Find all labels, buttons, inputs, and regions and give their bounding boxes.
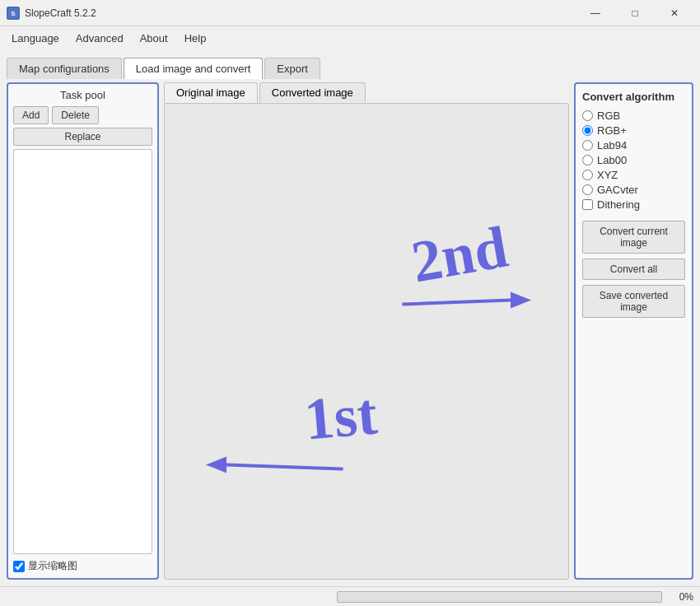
- algo-lab94-label: Lab94: [597, 139, 627, 152]
- svg-line-3: [404, 301, 511, 305]
- algo-gacvter-label: GACvter: [597, 184, 638, 196]
- tab-export[interactable]: Export: [264, 58, 320, 79]
- minimize-button[interactable]: —: [576, 1, 614, 26]
- svg-marker-4: [511, 292, 531, 309]
- main-content: Task pool Add Delete Replace 显示缩略图 Origi…: [0, 79, 700, 586]
- algo-rgb-radio[interactable]: [582, 110, 593, 121]
- convert-all-button[interactable]: Convert all: [582, 259, 685, 280]
- dithering-label: Dithering: [597, 198, 640, 211]
- annotation-layer: 2nd 1st: [165, 104, 568, 579]
- tab-converted-image[interactable]: Converted image: [259, 82, 366, 103]
- algorithm-group: RGB RGB+ Lab94 Lab00 XYZ GACvter: [582, 110, 685, 211]
- show-thumbnail-label: 显示缩略图: [28, 559, 77, 573]
- task-pool-label: Task pool: [13, 89, 152, 101]
- titlebar: S SlopeCraft 5.2.2 — □ ✕: [0, 0, 700, 26]
- image-canvas: 2nd 1st: [164, 103, 569, 580]
- menubar: Language Advanced About Help: [0, 26, 700, 49]
- app-icon: S: [7, 7, 20, 20]
- algo-lab94-item: Lab94: [582, 139, 685, 152]
- save-converted-button[interactable]: Save converted image: [582, 285, 685, 318]
- svg-marker-7: [206, 457, 226, 473]
- convert-current-button[interactable]: Convert current image: [582, 221, 685, 254]
- menu-about[interactable]: About: [132, 29, 176, 48]
- algo-rgbplus-label: RGB+: [597, 124, 627, 137]
- image-tabbar: Original image Converted image: [164, 82, 569, 103]
- menu-advanced[interactable]: Advanced: [68, 29, 132, 48]
- show-thumbnail-row: 显示缩略图: [13, 559, 152, 573]
- task-pool-buttons: Add Delete: [13, 106, 152, 124]
- algo-lab94-radio[interactable]: [582, 140, 593, 151]
- algo-gacvter-radio[interactable]: [582, 184, 593, 195]
- algo-rgb-item: RGB: [582, 110, 685, 122]
- algo-lab00-radio[interactable]: [582, 155, 593, 165]
- task-pool-list: [13, 149, 152, 554]
- center-panel: Original image Converted image 2nd 1st: [164, 82, 569, 580]
- progress-bar: [337, 591, 662, 603]
- algo-gacvter-item: GACvter: [582, 184, 685, 196]
- add-button[interactable]: Add: [13, 106, 49, 124]
- close-button[interactable]: ✕: [656, 1, 693, 26]
- algo-lab00-item: Lab00: [582, 154, 685, 166]
- algo-xyz-item: XYZ: [582, 169, 685, 181]
- convert-algorithm-title: Convert algorithm: [582, 91, 685, 103]
- statusbar: 0%: [0, 586, 700, 606]
- algo-xyz-label: XYZ: [597, 169, 618, 181]
- dithering-item: Dithering: [582, 198, 685, 211]
- algo-rgb-label: RGB: [597, 110, 620, 122]
- window-controls: — □ ✕: [576, 1, 693, 26]
- tab-load-image[interactable]: Load image and convert: [124, 58, 263, 79]
- algo-rgbplus-item: RGB+: [582, 124, 685, 137]
- algo-rgbplus-radio[interactable]: [582, 125, 593, 136]
- algo-lab00-label: Lab00: [597, 154, 627, 166]
- dithering-checkbox[interactable]: [582, 199, 593, 210]
- svg-text:2nd: 2nd: [407, 214, 512, 296]
- algo-xyz-radio[interactable]: [582, 170, 593, 180]
- svg-line-6: [226, 465, 342, 469]
- left-panel: Task pool Add Delete Replace 显示缩略图: [7, 82, 159, 580]
- menu-language[interactable]: Language: [3, 29, 68, 48]
- delete-button[interactable]: Delete: [52, 106, 99, 124]
- right-panel: Convert algorithm RGB RGB+ Lab94 Lab00 X…: [574, 82, 693, 580]
- maximize-button[interactable]: □: [616, 1, 654, 26]
- window-title: SlopeCraft 5.2.2: [25, 7, 576, 19]
- progress-percent: 0%: [669, 591, 693, 603]
- replace-button[interactable]: Replace: [13, 128, 152, 146]
- menu-help[interactable]: Help: [176, 29, 215, 48]
- tab-original-image[interactable]: Original image: [164, 82, 258, 103]
- show-thumbnail-checkbox[interactable]: [13, 561, 25, 572]
- main-tabbar: Map configurations Load image and conver…: [0, 49, 700, 79]
- svg-text:1st: 1st: [301, 380, 380, 452]
- svg-text:S: S: [11, 10, 16, 17]
- tab-map-configurations[interactable]: Map configurations: [7, 58, 122, 79]
